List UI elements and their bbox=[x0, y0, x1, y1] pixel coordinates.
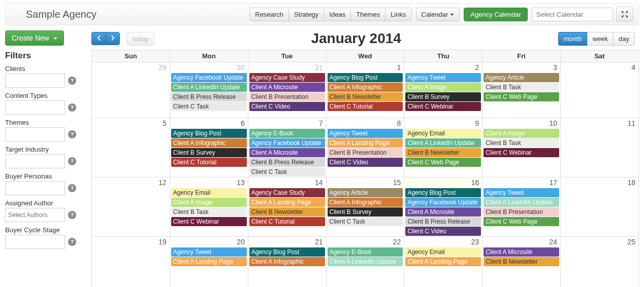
event[interactable]: Client C Web Page bbox=[484, 92, 559, 101]
event[interactable]: Agency Case Study bbox=[249, 188, 325, 197]
event[interactable]: Agency Tweet bbox=[171, 247, 247, 257]
day-cell[interactable]: 12 bbox=[92, 177, 170, 237]
filter-input-assigned-author[interactable] bbox=[5, 208, 65, 222]
event[interactable]: Client A Landing Page bbox=[171, 257, 247, 266]
event[interactable]: Agency Email bbox=[405, 129, 481, 138]
day-cell[interactable]: 4 bbox=[561, 62, 639, 118]
day-cell[interactable]: 18 bbox=[561, 177, 639, 237]
view-day[interactable]: day bbox=[613, 32, 635, 46]
tab-links[interactable]: Links bbox=[385, 8, 411, 21]
today-button[interactable]: today bbox=[127, 32, 154, 46]
event[interactable]: Agency E-Book bbox=[328, 247, 403, 257]
day-cell[interactable]: 30Agency Facebook UpdateClient A LinkedI… bbox=[170, 62, 248, 118]
event[interactable]: Agency Case Study bbox=[249, 73, 325, 82]
day-cell[interactable]: 17Agency TweetClient A LinkedIn UpdateCl… bbox=[482, 177, 561, 237]
event[interactable]: Client A Image bbox=[171, 198, 247, 207]
event[interactable]: Client A Landing Page bbox=[249, 198, 325, 207]
event[interactable]: Agency Tweet bbox=[405, 73, 481, 82]
day-cell[interactable]: 8Agency TweetClient A Landing PageClient… bbox=[326, 118, 404, 177]
event[interactable]: Client A Microsite bbox=[249, 148, 325, 157]
event[interactable]: Client A LinkedIn Update bbox=[405, 138, 481, 148]
event[interactable]: Client B Press Release bbox=[405, 217, 481, 226]
event[interactable]: Client A LinkedIn Update bbox=[171, 83, 247, 92]
event[interactable]: Client C Tutorial bbox=[249, 217, 325, 226]
day-cell[interactable]: 5 bbox=[92, 118, 170, 177]
event[interactable]: Client C Tutorial bbox=[171, 158, 247, 167]
event[interactable]: Client B Presentation bbox=[249, 92, 325, 101]
filter-input-buyer-cycle-stage[interactable] bbox=[5, 235, 65, 249]
event[interactable]: Client C Video bbox=[328, 158, 403, 167]
day-cell[interactable]: 16Agency Blog PostAgency Facebook Update… bbox=[404, 177, 482, 237]
help-icon[interactable]: ? bbox=[68, 184, 76, 192]
help-icon[interactable]: ? bbox=[68, 157, 76, 165]
event[interactable]: Client C Webinar bbox=[171, 217, 247, 226]
event[interactable]: Client C Task bbox=[249, 167, 325, 176]
day-cell[interactable]: 24Client A MicrositeClient B Newsletter bbox=[482, 237, 561, 288]
filter-input-buyer-personas[interactable] bbox=[5, 181, 65, 195]
tab-themes[interactable]: Themes bbox=[350, 8, 385, 21]
day-cell[interactable]: 3Agency ArticleClient B TaskClient C Web… bbox=[482, 62, 561, 118]
event[interactable]: Client C Task bbox=[328, 217, 403, 226]
help-icon[interactable]: ? bbox=[68, 77, 76, 85]
day-cell[interactable]: 21Agency Blog PostClient A Infographic bbox=[248, 237, 326, 288]
event[interactable]: Client C Video bbox=[405, 227, 481, 236]
event[interactable]: Client A Infographic bbox=[328, 83, 403, 92]
tab-research[interactable]: Research bbox=[249, 8, 288, 21]
event[interactable]: Client B Survey bbox=[328, 207, 403, 217]
day-cell[interactable]: 15Agency ArticleClient A InfographicClie… bbox=[326, 177, 404, 237]
event[interactable]: Client B Task bbox=[484, 83, 559, 92]
event[interactable]: Client B Press Release bbox=[171, 92, 247, 101]
help-icon[interactable]: ? bbox=[68, 103, 76, 112]
filter-input-target-industry[interactable] bbox=[5, 154, 65, 168]
day-cell[interactable]: 9Agency EmailClient A LinkedIn UpdateCli… bbox=[404, 118, 482, 177]
event[interactable]: Client B Presentation bbox=[484, 207, 559, 217]
tab-ideas[interactable]: Ideas bbox=[324, 8, 350, 21]
prev-button[interactable] bbox=[91, 32, 106, 45]
event[interactable]: Client C Web Page bbox=[484, 217, 559, 226]
event[interactable]: Client B Newsletter bbox=[405, 148, 481, 157]
event[interactable]: Client A Infographic bbox=[249, 257, 325, 266]
next-button[interactable] bbox=[106, 32, 120, 45]
view-week[interactable]: week bbox=[587, 32, 613, 46]
event[interactable]: Client B Survey bbox=[171, 148, 247, 157]
day-cell[interactable]: 7Agency E-BookAgency Facebook UpdateClie… bbox=[248, 118, 326, 177]
event[interactable]: Client A Image bbox=[405, 83, 481, 92]
filter-input-clients[interactable] bbox=[5, 74, 65, 88]
event[interactable]: Client A Image bbox=[484, 129, 559, 138]
event[interactable]: Client C Webinar bbox=[405, 102, 481, 111]
day-cell[interactable]: 20Agency TweetClient A Landing Page bbox=[170, 237, 248, 288]
event[interactable]: Agency E-Book bbox=[249, 129, 325, 138]
event[interactable]: Client B Newsletter bbox=[328, 92, 403, 101]
event[interactable]: Client C Tutorial bbox=[328, 102, 403, 111]
event[interactable]: Client A Landing Page bbox=[328, 138, 403, 148]
event[interactable]: Client A Infographic bbox=[328, 198, 403, 207]
event[interactable]: Agency Email bbox=[171, 188, 247, 197]
event[interactable]: Client C Video bbox=[249, 102, 325, 111]
event[interactable]: Agency Facebook Update bbox=[405, 198, 481, 207]
help-icon[interactable]: ? bbox=[68, 130, 76, 138]
day-cell[interactable]: 13Agency EmailClient A ImageClient B Tas… bbox=[170, 177, 248, 237]
event[interactable]: Client B Survey bbox=[405, 92, 481, 101]
event[interactable]: Client C Task bbox=[171, 102, 247, 111]
day-cell[interactable]: 10Client A ImageClient B TaskClient C We… bbox=[482, 118, 561, 177]
event[interactable]: Agency Facebook Update bbox=[249, 138, 325, 148]
day-cell[interactable]: 23Agency EmailClient A Landing Page bbox=[404, 237, 482, 288]
calendar-dropdown[interactable]: Calendar bbox=[416, 8, 460, 21]
event[interactable]: Agency Blog Post bbox=[328, 73, 403, 82]
day-cell[interactable]: 22Agency E-BookClient A LinkedIn Update bbox=[326, 237, 404, 288]
day-cell[interactable]: 6Agency Blog PostClient A InfographicCli… bbox=[170, 118, 248, 177]
event[interactable]: Agency Blog Post bbox=[405, 188, 481, 197]
event[interactable]: Client A Microsite bbox=[405, 207, 481, 217]
event[interactable]: Client B Press Release bbox=[249, 158, 325, 167]
day-cell[interactable]: 29 bbox=[92, 62, 170, 118]
view-month[interactable]: month bbox=[558, 32, 587, 46]
event[interactable]: Client A LinkedIn Update bbox=[328, 257, 403, 266]
event[interactable]: Client C Webinar bbox=[484, 148, 559, 157]
create-new-button[interactable]: Create New bbox=[5, 30, 64, 46]
event[interactable]: Client B Newsletter bbox=[484, 257, 559, 266]
day-cell[interactable]: 11 bbox=[561, 118, 639, 177]
event[interactable]: Agency Tweet bbox=[484, 188, 559, 197]
day-cell[interactable]: 19 bbox=[92, 237, 170, 288]
tab-strategy[interactable]: Strategy bbox=[288, 8, 324, 21]
event[interactable]: Client B Newsletter bbox=[249, 207, 325, 217]
